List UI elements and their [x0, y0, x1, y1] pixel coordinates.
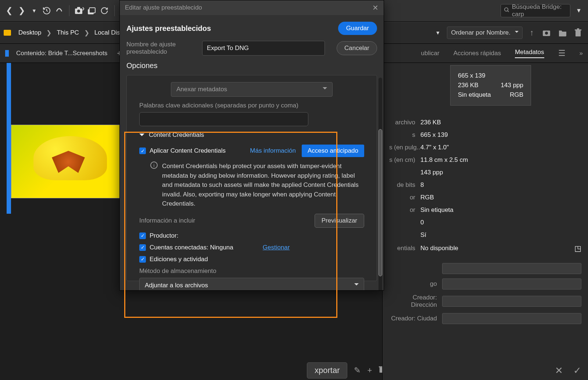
meta-row: Sí	[389, 231, 581, 239]
include-header-row: Información a incluir Previsualizar	[139, 214, 364, 228]
meta-row: s (en cm)11.8 cm x 2.5 cm	[389, 156, 581, 164]
svg-rect-9	[576, 31, 581, 36]
save-button[interactable]: Guardar	[338, 22, 377, 35]
scrollbar-thumb[interactable]	[379, 129, 382, 276]
storage-value: Adjuntar a los archivos	[145, 282, 208, 289]
popout-icon[interactable]: ◳	[574, 244, 581, 253]
sort-select[interactable]: Ordenar por Nombre.	[447, 26, 523, 39]
apply-edit-icon[interactable]: ✓	[573, 365, 581, 376]
more-tabs-icon[interactable]: »	[580, 50, 583, 57]
tooltip-label: Sin etiqueta	[458, 91, 491, 99]
preset-name-value: Export To DNG	[207, 45, 249, 52]
right-panel-tabs: ublicar Acciones rápidas Metadatos ☰ »	[421, 49, 583, 58]
content-credentials-header[interactable]: Content Credentials	[139, 131, 364, 139]
edits-label: Ediciones y actividad	[150, 256, 208, 263]
cancel-button[interactable]: Cancelar	[337, 41, 377, 55]
search-menu-icon[interactable]: ▼	[573, 4, 585, 17]
preset-name-input[interactable]: Export To DNG	[202, 41, 325, 56]
form-row: Creador: Dirección	[389, 294, 581, 309]
panel-menu-icon[interactable]: ☰	[558, 49, 566, 58]
options-panel: Anexar metadatos Palabras clave adiciona…	[126, 75, 377, 281]
export-footer: xportar ✎ +	[307, 362, 385, 379]
producer-row: ✓ Productor:	[139, 232, 364, 239]
sort-asc-icon[interactable]: ↑	[526, 26, 538, 39]
storage-label: Método de almacenamiento	[139, 267, 364, 275]
info-tooltip: 665 x 139 236 KB143 ppp Sin etiquetaRGB	[450, 65, 531, 106]
form-input[interactable]	[442, 263, 581, 274]
dialog-title: Editar ajuste preestablecido	[125, 4, 202, 11]
folder-icon	[4, 30, 11, 36]
metadata-tab[interactable]: Metadatos	[515, 49, 544, 58]
preview-button[interactable]: Previsualizar	[315, 214, 364, 228]
append-metadata-label: Anexar metadatos	[176, 86, 227, 93]
edits-row: ✓ Ediciones y actividad	[139, 256, 364, 263]
tooltip-dims: 665 x 139	[458, 72, 485, 79]
early-access-badge[interactable]: Acceso anticipado	[302, 145, 364, 157]
creator-form: go Creador: Dirección Creador: Ciudad	[389, 263, 581, 324]
recent-dropdown-icon[interactable]: ▼	[28, 4, 40, 17]
accounts-row: ✓ Cuentas conectadas: Ninguna Gestionar	[139, 244, 364, 251]
metadata-footer: ✕ ✓	[555, 365, 581, 376]
back-icon[interactable]: ❮	[3, 4, 15, 17]
edit-preset-dialog: Editar ajuste preestablecido ✕ Ajustes p…	[119, 0, 384, 291]
content-tab[interactable]: Contenido: Bride T...Screenshots	[16, 50, 107, 57]
active-tab-indicator	[5, 50, 9, 57]
dialog-scrollbar[interactable]	[379, 78, 382, 290]
svg-line-6	[508, 11, 509, 12]
close-icon[interactable]: ✕	[372, 3, 379, 12]
quick-actions-tab[interactable]: Acciones rápidas	[453, 50, 501, 57]
add-preset-icon[interactable]: +	[367, 366, 372, 375]
form-input[interactable]	[442, 313, 581, 324]
svg-point-2	[77, 10, 80, 13]
keywords-input[interactable]	[139, 112, 308, 126]
history-icon[interactable]	[40, 4, 53, 17]
open-camera-raw-icon[interactable]	[541, 26, 553, 39]
edits-checkbox[interactable]: ✓	[139, 256, 146, 263]
crumb[interactable]: Desktop	[18, 29, 41, 36]
accounts-label: Cuentas conectadas: Ninguna	[150, 244, 233, 251]
chevron-right-icon: ❯	[46, 29, 51, 37]
stack-icon[interactable]	[86, 4, 98, 17]
toolbar-separator	[69, 5, 69, 16]
meta-row: s665 x 139	[389, 131, 581, 139]
more-info-link[interactable]: Más información	[250, 147, 296, 155]
form-input[interactable]	[442, 296, 581, 307]
form-input[interactable]	[442, 278, 581, 290]
edit-preset-icon[interactable]: ✎	[354, 366, 361, 375]
image-thumbnail[interactable]	[11, 125, 121, 198]
meta-row: orSin etiqueta	[389, 206, 581, 214]
apply-cc-checkbox[interactable]: ✓	[139, 148, 146, 154]
accounts-checkbox[interactable]: ✓	[139, 244, 146, 251]
meta-row: de bits8	[389, 181, 581, 189]
selection-indicator	[7, 63, 11, 214]
producer-label: Productor:	[150, 232, 178, 239]
boomerang-icon[interactable]	[53, 4, 65, 17]
toolbar-separator	[114, 5, 115, 16]
export-button[interactable]: xportar	[307, 362, 347, 379]
refresh-icon[interactable]	[98, 4, 111, 17]
delete-icon[interactable]	[572, 26, 584, 39]
new-folder-icon[interactable]	[556, 26, 569, 39]
filter-dropdown-icon[interactable]: ▼	[431, 26, 444, 39]
append-metadata-select[interactable]: Anexar metadatos	[171, 82, 333, 97]
producer-checkbox[interactable]: ✓	[139, 232, 146, 239]
publish-tab[interactable]: ublicar	[421, 50, 440, 57]
metadata-panel: 665 x 139 236 KB143 ppp Sin etiquetaRGB …	[382, 63, 588, 380]
svg-rect-11	[577, 28, 579, 29]
cancel-edit-icon[interactable]: ✕	[555, 365, 563, 376]
presets-heading: Ajustes preestablecidos	[126, 24, 211, 33]
thumbnail-wrapper	[7, 73, 125, 198]
chevron-right-icon: ❯	[84, 29, 89, 37]
search-placeholder: Búsqueda Bridge: carp	[512, 3, 567, 18]
crumb[interactable]: This PC	[57, 29, 79, 36]
svg-point-8	[545, 32, 548, 35]
meta-row: s (en pulg...4.7" x 1.0"	[389, 144, 581, 151]
dialog-titlebar: Editar ajuste preestablecido ✕	[120, 0, 384, 15]
meta-row: archivo236 KB	[389, 119, 581, 126]
forward-icon[interactable]: ❯	[15, 4, 28, 17]
storage-select[interactable]: Adjuntar a los archivos	[139, 278, 364, 291]
manage-link[interactable]: Gestionar	[263, 244, 290, 251]
search-input[interactable]: Búsqueda Bridge: carp	[501, 4, 570, 17]
camera-import-icon[interactable]	[73, 4, 86, 17]
dialog-name-row: Nombre de ajuste preestablecido Export T…	[126, 41, 377, 56]
